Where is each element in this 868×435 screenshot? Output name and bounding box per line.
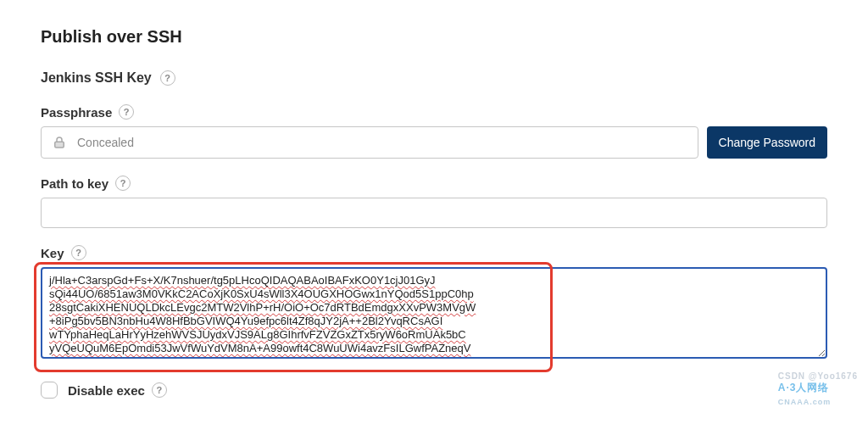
help-icon[interactable]: ? bbox=[71, 245, 86, 260]
section-title: Jenkins SSH Key bbox=[41, 70, 152, 86]
key-label: Key bbox=[41, 246, 64, 260]
passphrase-status: Concealed bbox=[77, 136, 134, 149]
svg-rect-0 bbox=[55, 142, 64, 148]
help-icon[interactable]: ? bbox=[152, 382, 167, 398]
disable-exec-checkbox[interactable] bbox=[41, 382, 58, 399]
path-to-key-input[interactable] bbox=[41, 198, 827, 228]
passphrase-field: Concealed bbox=[41, 126, 698, 159]
disable-exec-label: Disable exec bbox=[68, 383, 145, 398]
help-icon[interactable]: ? bbox=[160, 70, 175, 86]
lock-icon bbox=[52, 135, 67, 150]
key-textarea[interactable] bbox=[41, 267, 827, 359]
help-icon[interactable]: ? bbox=[119, 104, 134, 120]
path-to-key-label: Path to key bbox=[41, 176, 108, 191]
help-icon[interactable]: ? bbox=[115, 176, 131, 191]
passphrase-label: Passphrase bbox=[41, 105, 112, 120]
page-title: Publish over SSH bbox=[41, 27, 827, 47]
change-password-button[interactable]: Change Password bbox=[707, 126, 827, 159]
watermark: CSDN @Yoo1676 A·3人网络 CNAAA.com bbox=[778, 371, 858, 407]
